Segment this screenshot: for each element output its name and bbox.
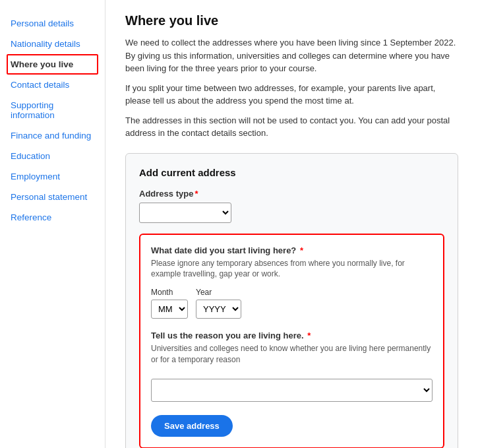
- sidebar-item-education[interactable]: Education: [7, 146, 98, 166]
- intro-paragraph-2: If you split your time between two addre…: [125, 82, 458, 108]
- page-title: Where you live: [125, 13, 458, 28]
- year-col: Year YYYY 202020212022 20232024: [196, 288, 241, 319]
- main-content: Where you live We need to collect the ad…: [105, 0, 478, 448]
- reason-section: Tell us the reason you are living here. …: [151, 331, 433, 402]
- sidebar-item-nationality-details[interactable]: Nationality details: [7, 34, 98, 54]
- sidebar-item-reference[interactable]: Reference: [7, 207, 98, 228]
- month-label: Month: [151, 288, 188, 297]
- reason-question-desc: Universities and colleges need to know w…: [151, 343, 433, 366]
- highlighted-section: What date did you start living here? * P…: [139, 234, 444, 449]
- sidebar: Personal detailsNationality detailsWhere…: [0, 0, 105, 448]
- date-question-title: What date did you start living here? *: [151, 245, 433, 255]
- intro-paragraph-3: The addresses in this section will not b…: [125, 114, 458, 140]
- sidebar-item-finance-funding[interactable]: Finance and funding: [7, 125, 98, 146]
- sidebar-item-personal-statement[interactable]: Personal statement: [7, 187, 98, 207]
- address-type-field: Address type*: [139, 189, 444, 223]
- add-address-card: Add current address Address type* What d…: [125, 153, 458, 449]
- date-required-star: *: [297, 245, 303, 255]
- address-type-required: *: [194, 189, 198, 199]
- date-question-desc: Please ignore any temporary absences fro…: [151, 258, 433, 280]
- reason-question-title: Tell us the reason you are living here. …: [151, 331, 433, 340]
- year-select[interactable]: YYYY 202020212022 20232024: [196, 300, 241, 319]
- date-row: Month MM 010203 040506 070809 101112 Yea…: [151, 288, 433, 319]
- address-type-label: Address type*: [139, 189, 444, 199]
- reason-select[interactable]: Permanent Temporary: [151, 379, 433, 402]
- reason-required-star: *: [305, 331, 311, 340]
- sidebar-item-where-you-live[interactable]: Where you live: [7, 54, 98, 75]
- month-col: Month MM 010203 040506 070809 101112: [151, 288, 188, 319]
- year-label: Year: [196, 288, 241, 297]
- month-select[interactable]: MM 010203 040506 070809 101112: [151, 300, 188, 319]
- sidebar-item-supporting-information[interactable]: Supporting information: [7, 95, 98, 125]
- sidebar-item-employment[interactable]: Employment: [7, 166, 98, 187]
- sidebar-item-contact-details[interactable]: Contact details: [7, 75, 98, 95]
- save-address-button[interactable]: Save address: [151, 415, 233, 437]
- sidebar-item-personal-details[interactable]: Personal details: [7, 13, 98, 34]
- date-question-section: What date did you start living here? * P…: [151, 245, 433, 319]
- intro-paragraph-1: We need to collect the addresses where y…: [125, 36, 458, 75]
- card-title: Add current address: [139, 167, 444, 178]
- address-type-select[interactable]: [139, 203, 231, 223]
